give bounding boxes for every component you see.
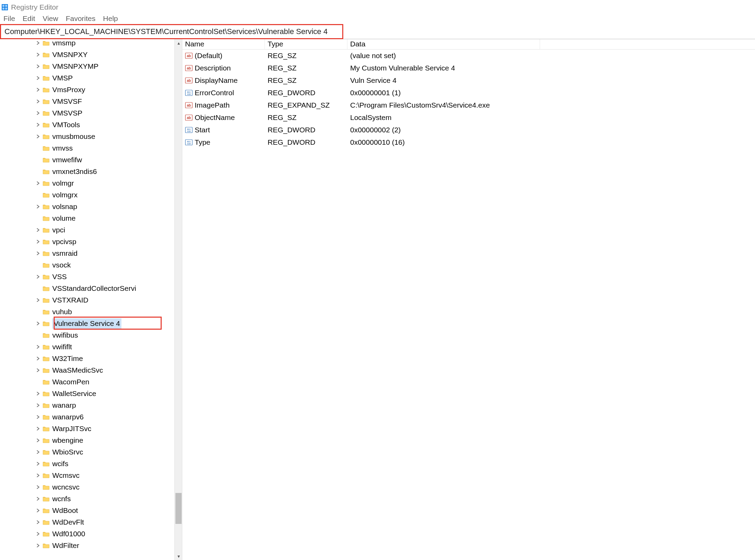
value-row[interactable]: ImagePathREG_EXPAND_SZC:\Program Files\C… <box>182 99 755 111</box>
scroll-thumb[interactable] <box>175 493 182 524</box>
tree-item[interactable]: vwififlt <box>0 341 174 353</box>
value-row[interactable]: TypeREG_DWORD0x00000010 (16) <box>182 136 755 149</box>
tree-item[interactable]: Wdf01000 <box>0 528 174 540</box>
menu-favorites[interactable]: Favorites <box>64 14 97 23</box>
expand-chevron-icon[interactable] <box>34 366 42 374</box>
expand-chevron-icon[interactable] <box>34 133 42 140</box>
expand-chevron-icon[interactable] <box>34 74 42 82</box>
expand-chevron-icon[interactable] <box>34 355 42 362</box>
expand-chevron-icon[interactable] <box>34 273 42 281</box>
tree-item[interactable]: volmgr <box>0 177 174 189</box>
tree-item[interactable]: VMSVSF <box>0 96 174 107</box>
tree-item[interactable]: WdDevFlt <box>0 516 174 528</box>
tree-item[interactable]: vmsmp <box>0 39 174 49</box>
expand-chevron-icon[interactable] <box>34 86 42 94</box>
expand-chevron-icon[interactable] <box>34 179 42 187</box>
tree-item[interactable]: vmwefifw <box>0 154 174 166</box>
address-bar[interactable] <box>4 27 339 36</box>
tree-item[interactable]: vuhub <box>0 306 174 318</box>
expand-chevron-icon[interactable] <box>34 518 42 526</box>
expand-chevron-icon[interactable] <box>34 413 42 421</box>
tree-item[interactable]: vwifibus <box>0 329 174 341</box>
expand-chevron-icon[interactable] <box>34 472 42 479</box>
tree-item[interactable]: W32Time <box>0 353 174 364</box>
value-row[interactable]: ErrorControlREG_DWORD0x00000001 (1) <box>182 87 755 99</box>
expand-chevron-icon[interactable] <box>34 530 42 538</box>
tree-item[interactable]: VMSVSP <box>0 107 174 119</box>
col-header-name[interactable]: Name <box>182 39 265 49</box>
expand-chevron-icon[interactable] <box>34 51 42 58</box>
tree-item[interactable]: VSStandardCollectorServi <box>0 283 174 294</box>
value-row[interactable]: ObjectNameREG_SZLocalSystem <box>182 111 755 124</box>
tree-item[interactable]: WdBoot <box>0 505 174 516</box>
tree-item[interactable]: vmvss <box>0 142 174 154</box>
tree-item[interactable]: VSTXRAID <box>0 294 174 306</box>
tree-item[interactable]: VMSNPXY <box>0 49 174 61</box>
expand-chevron-icon[interactable] <box>34 63 42 70</box>
expand-chevron-icon[interactable] <box>34 460 42 468</box>
tree-item[interactable]: Vulnerable Service 4 <box>0 318 174 329</box>
tree-item[interactable]: WaaSMedicSvc <box>0 364 174 376</box>
expand-chevron-icon[interactable] <box>34 250 42 257</box>
tree-item[interactable]: wanarp <box>0 399 174 411</box>
expand-chevron-icon[interactable] <box>34 203 42 210</box>
expand-chevron-icon[interactable] <box>34 483 42 491</box>
tree-list[interactable]: vmsmpVMSNPXYVMSNPXYMPVMSPVmsProxyVMSVSFV… <box>0 39 174 551</box>
tree-item[interactable]: WdFilter <box>0 540 174 551</box>
expand-chevron-icon[interactable] <box>34 390 42 397</box>
tree-item[interactable]: vmusbmouse <box>0 131 174 142</box>
tree-item[interactable]: VMSNPXYMP <box>0 61 174 72</box>
tree-item[interactable]: vmxnet3ndis6 <box>0 166 174 177</box>
expand-chevron-icon[interactable] <box>34 437 42 444</box>
tree-item[interactable]: wcncsvc <box>0 481 174 493</box>
scroll-up-arrow[interactable]: ▴ <box>175 39 182 47</box>
expand-chevron-icon[interactable] <box>34 121 42 129</box>
expand-chevron-icon[interactable] <box>34 507 42 514</box>
tree-item[interactable]: VMSP <box>0 72 174 84</box>
tree-item[interactable]: volsnap <box>0 201 174 212</box>
menu-help[interactable]: Help <box>102 14 119 23</box>
tree-item[interactable]: wbengine <box>0 435 174 446</box>
tree-item[interactable]: WbioSrvc <box>0 446 174 458</box>
tree-item[interactable]: wcnfs <box>0 493 174 505</box>
tree-item[interactable]: volume <box>0 212 174 224</box>
col-header-type[interactable]: Type <box>265 39 347 49</box>
tree-item[interactable]: vpci <box>0 224 174 236</box>
value-row[interactable]: DescriptionREG_SZMy Custom Vulnerable Se… <box>182 62 755 74</box>
expand-chevron-icon[interactable] <box>34 425 42 432</box>
expand-chevron-icon[interactable] <box>34 320 42 327</box>
menu-edit[interactable]: Edit <box>21 14 36 23</box>
expand-chevron-icon[interactable] <box>34 109 42 117</box>
expand-chevron-icon[interactable] <box>34 542 42 549</box>
tree-item[interactable]: VMTools <box>0 119 174 131</box>
expand-chevron-icon[interactable] <box>34 39 42 47</box>
expand-chevron-icon[interactable] <box>34 495 42 503</box>
tree-item[interactable]: VmsProxy <box>0 84 174 96</box>
menu-view[interactable]: View <box>41 14 60 23</box>
expand-chevron-icon[interactable] <box>34 448 42 456</box>
tree-item[interactable]: vpcivsp <box>0 236 174 248</box>
value-row[interactable]: (Default)REG_SZ(value not set) <box>182 50 755 62</box>
tree-item[interactable]: WarpJITSvc <box>0 423 174 435</box>
tree-item[interactable]: WacomPen <box>0 376 174 388</box>
tree-item[interactable]: volmgrx <box>0 189 174 201</box>
tree-item[interactable]: vsmraid <box>0 248 174 259</box>
expand-chevron-icon[interactable] <box>34 238 42 245</box>
tree-scrollbar[interactable]: ▴ ▾ <box>174 39 182 560</box>
tree-item[interactable]: Wcmsvc <box>0 470 174 481</box>
col-header-data[interactable]: Data <box>347 39 540 49</box>
expand-chevron-icon[interactable] <box>34 343 42 351</box>
tree-item[interactable]: wanarpv6 <box>0 411 174 423</box>
expand-chevron-icon[interactable] <box>34 226 42 234</box>
value-row[interactable]: StartREG_DWORD0x00000002 (2) <box>182 124 755 136</box>
expand-chevron-icon[interactable] <box>34 402 42 409</box>
scroll-down-arrow[interactable]: ▾ <box>175 552 182 560</box>
expand-chevron-icon[interactable] <box>34 98 42 105</box>
tree-item[interactable]: WalletService <box>0 388 174 399</box>
tree-item[interactable]: vsock <box>0 259 174 271</box>
tree-item[interactable]: wcifs <box>0 458 174 470</box>
value-row[interactable]: DisplayNameREG_SZVuln Service 4 <box>182 74 755 87</box>
tree-item[interactable]: VSS <box>0 271 174 283</box>
menu-file[interactable]: File <box>2 14 17 23</box>
expand-chevron-icon[interactable] <box>34 296 42 304</box>
